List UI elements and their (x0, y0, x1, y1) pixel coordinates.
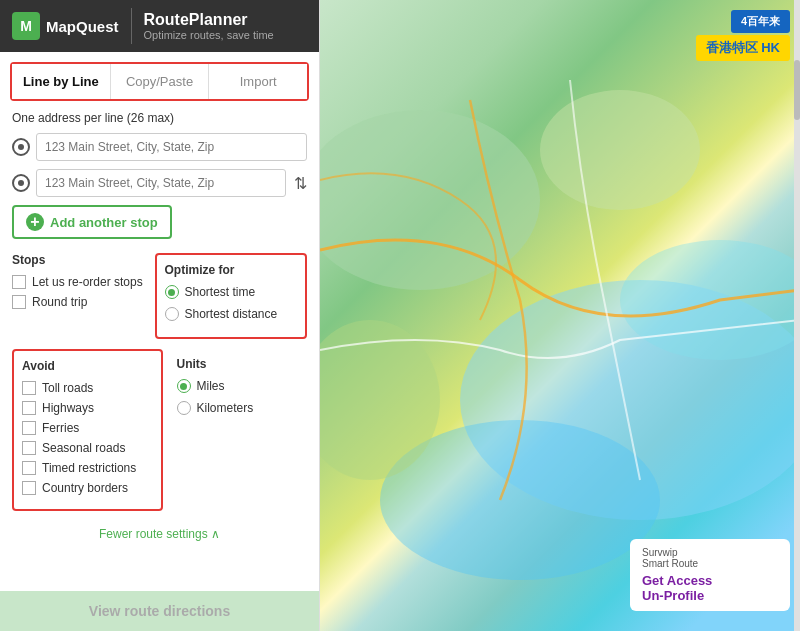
swap-icon[interactable]: ⇅ (294, 174, 307, 193)
address-icon-1 (12, 138, 30, 156)
svg-point-1 (380, 420, 660, 580)
reorder-stops-row: Let us re-order stops (12, 275, 145, 289)
units-title: Units (177, 357, 308, 371)
shortest-time-label: Shortest time (185, 285, 256, 299)
fewer-settings-link[interactable]: Fewer route settings ∧ (12, 521, 307, 547)
address-section-label: One address per line (26 max) (12, 111, 307, 125)
country-borders-checkbox[interactable] (22, 481, 36, 495)
miles-label: Miles (197, 379, 225, 393)
highways-label: Highways (42, 401, 94, 415)
app-header: M MapQuest RoutePlanner Optimize routes,… (0, 0, 319, 52)
address-row-1 (12, 133, 307, 161)
toll-roads-label: Toll roads (42, 381, 93, 395)
shortest-time-row: Shortest time (165, 285, 298, 299)
timed-restrictions-checkbox[interactable] (22, 461, 36, 475)
round-trip-row: Round trip (12, 295, 145, 309)
mapquest-logo-icon: M (12, 12, 40, 40)
shortest-distance-label: Shortest distance (185, 307, 278, 321)
kilometers-row: Kilometers (177, 401, 308, 415)
seasonal-roads-row: Seasonal roads (22, 441, 153, 455)
add-stop-label: Add another stop (50, 215, 158, 230)
address-dot-1 (18, 144, 24, 150)
logo-letter: M (20, 18, 32, 34)
timed-restrictions-row: Timed restrictions (22, 461, 153, 475)
units-section: Units Miles Kilometers (173, 349, 308, 521)
svg-point-2 (620, 240, 800, 360)
address-input-2[interactable] (36, 169, 286, 197)
shortest-distance-radio[interactable] (165, 307, 179, 321)
header-divider (131, 8, 132, 44)
shortest-distance-row: Shortest distance (165, 307, 298, 321)
avoid-section: Avoid Toll roads Highways Ferries Season… (12, 349, 163, 511)
tab-import[interactable]: Import (209, 64, 307, 99)
stops-col: Stops Let us re-order stops Round trip (12, 253, 145, 339)
reorder-stops-label: Let us re-order stops (32, 275, 143, 289)
shortest-time-radio-dot (168, 289, 175, 296)
round-trip-checkbox[interactable] (12, 295, 26, 309)
ferries-checkbox[interactable] (22, 421, 36, 435)
seasonal-roads-checkbox[interactable] (22, 441, 36, 455)
reorder-stops-checkbox[interactable] (12, 275, 26, 289)
map-panel: 4百年来 香港特区 HK SurvwipSmart Route Get Acce… (320, 0, 800, 631)
map-top-bar: 4百年来 (731, 10, 790, 33)
address-icon-2 (12, 174, 30, 192)
highways-checkbox[interactable] (22, 401, 36, 415)
view-route-button[interactable]: View route directions (0, 591, 319, 631)
highways-row: Highways (22, 401, 153, 415)
kilometers-label: Kilometers (197, 401, 254, 415)
svg-point-5 (320, 320, 440, 480)
stops-optimize-row: Stops Let us re-order stops Round trip O… (12, 253, 307, 339)
kilometers-radio[interactable] (177, 401, 191, 415)
toll-roads-checkbox[interactable] (22, 381, 36, 395)
stops-title: Stops (12, 253, 145, 267)
ferries-label: Ferries (42, 421, 79, 435)
map-promo-top-text: SurvwipSmart Route (642, 547, 778, 569)
avoid-units-row: Avoid Toll roads Highways Ferries Season… (12, 349, 307, 521)
map-svg-overlay (320, 0, 800, 631)
miles-row: Miles (177, 379, 308, 393)
timed-restrictions-label: Timed restrictions (42, 461, 136, 475)
route-planner-subtitle: Optimize routes, save time (144, 29, 274, 41)
ferries-row: Ferries (22, 421, 153, 435)
left-panel: M MapQuest RoutePlanner Optimize routes,… (0, 0, 320, 631)
country-borders-label: Country borders (42, 481, 128, 495)
svg-point-4 (540, 90, 700, 210)
miles-radio[interactable] (177, 379, 191, 393)
map-scrollbar-track (794, 0, 800, 631)
address-row-2: ⇅ (12, 169, 307, 197)
svg-point-0 (460, 280, 800, 520)
content-area: One address per line (26 max) ⇅ + Add an… (0, 101, 319, 591)
address-dot-2 (18, 180, 24, 186)
map-promo-box: SurvwipSmart Route Get AccessUn-Profile (630, 539, 790, 611)
shortest-time-radio[interactable] (165, 285, 179, 299)
svg-point-3 (320, 110, 540, 290)
address-input-1[interactable] (36, 133, 307, 161)
map-scrollbar-thumb[interactable] (794, 60, 800, 120)
route-planner-title: RoutePlanner (144, 11, 274, 29)
add-stop-button[interactable]: + Add another stop (12, 205, 172, 239)
add-stop-plus-icon: + (26, 213, 44, 231)
toll-roads-row: Toll roads (22, 381, 153, 395)
optimize-for-title: Optimize for (165, 263, 298, 277)
tabs-container: Line by Line Copy/Paste Import (10, 62, 309, 101)
miles-radio-dot (180, 383, 187, 390)
country-borders-row: Country borders (22, 481, 153, 495)
tab-copy-paste[interactable]: Copy/Paste (111, 64, 210, 99)
map-promo-bottom-text: Get AccessUn-Profile (642, 573, 778, 603)
route-planner-area: RoutePlanner Optimize routes, save time (144, 11, 274, 41)
logo-area: M MapQuest (12, 12, 119, 40)
map-hk-label: 香港特区 HK (696, 35, 790, 61)
map-background: 4百年来 香港特区 HK SurvwipSmart Route Get Acce… (320, 0, 800, 631)
round-trip-label: Round trip (32, 295, 87, 309)
mapquest-logo-text: MapQuest (46, 18, 119, 35)
optimize-for-col: Optimize for Shortest time Shortest dist… (155, 253, 308, 339)
seasonal-roads-label: Seasonal roads (42, 441, 125, 455)
tab-line-by-line[interactable]: Line by Line (12, 64, 111, 99)
avoid-title: Avoid (22, 359, 153, 373)
